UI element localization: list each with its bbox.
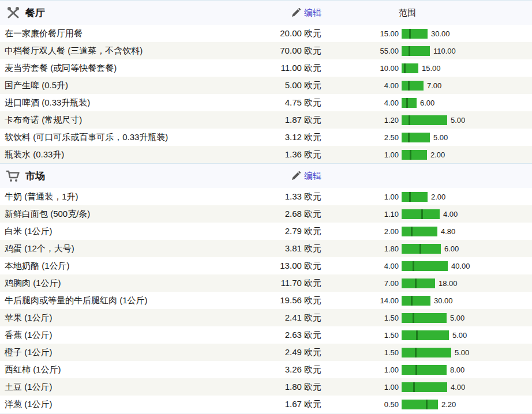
range-average-marker (411, 296, 413, 306)
range-max-value: 6.00 (420, 99, 434, 107)
section-title: 市场 (25, 170, 235, 183)
pencil-icon (291, 8, 301, 18)
range-average-marker (415, 348, 417, 357)
item-range: 15.00 30.00 (321, 29, 532, 39)
price-row: 白米 (1公斤) 2.79 欧元 2.00 4.80 (0, 223, 532, 240)
edit-link[interactable]: 编辑 (291, 171, 321, 182)
edit-label: 编辑 (304, 171, 321, 182)
item-price: 11.00 欧元 (235, 63, 321, 74)
range-max-value: 4.00 (443, 210, 458, 219)
price-row: 瓶装水 (0.33升) 1.36 欧元 1.00 2.00 (0, 146, 532, 163)
range-average-marker (413, 382, 415, 392)
range-bar (402, 227, 437, 236)
range-bar (402, 81, 424, 91)
range-min-value: 4.00 (321, 81, 399, 90)
item-range: 1.00 2.00 (321, 192, 532, 202)
range-max-value: 5.00 (451, 116, 465, 125)
range-average-marker (409, 46, 410, 56)
range-column-header (321, 171, 532, 181)
range-max-value: 5.00 (452, 331, 467, 340)
range-max-value: 7.00 (427, 81, 441, 90)
item-price: 2.68 欧元 (235, 209, 321, 220)
range-min-value: 0.50 (321, 400, 399, 409)
range-min-value: 4.00 (321, 99, 399, 107)
edit-link[interactable]: 编辑 (291, 7, 321, 18)
range-min-value: 2.00 (321, 227, 399, 236)
range-max-value: 4.00 (451, 383, 465, 392)
item-name: 卡布奇诺 (常规尺寸) (0, 115, 235, 126)
price-row: 在一家廉价餐厅用餐 20.00 欧元 15.00 30.00 (0, 25, 532, 42)
range-min-value: 1.00 (321, 383, 399, 392)
range-caption: 范围 (399, 7, 416, 17)
range-max-value: 2.20 (441, 400, 456, 409)
item-range: 1.10 4.00 (321, 209, 532, 219)
item-name: 麦当劳套餐 (或同等快餐套餐) (0, 63, 235, 74)
item-price: 19.56 欧元 (235, 295, 321, 306)
utensils-icon (6, 6, 20, 20)
item-range: 4.00 40.00 (321, 261, 532, 271)
item-range: 1.50 5.00 (321, 313, 532, 323)
range-min-value: 1.50 (321, 331, 399, 340)
range-min-value: 1.00 (321, 193, 399, 201)
section-header: 餐厅 编辑 范围 (0, 0, 532, 25)
item-name: 洋葱 (1公斤) (0, 399, 235, 410)
range-bar (402, 46, 430, 56)
range-min-value: 1.10 (321, 210, 399, 219)
price-row: 新鲜白面包 (500克/条) 2.68 欧元 1.10 4.00 (0, 205, 532, 223)
item-name: 鸡胸肉 (1公斤) (0, 278, 235, 289)
section-icon-slot (5, 6, 22, 20)
item-name: 土豆 (1公斤) (0, 382, 235, 393)
range-bar (402, 261, 448, 271)
range-average-marker (426, 400, 428, 409)
item-name: 新鲜白面包 (500克/条) (0, 209, 235, 220)
item-price: 3.81 欧元 (235, 243, 321, 254)
item-price: 4.75 欧元 (235, 97, 321, 108)
item-name: 软饮料 (可口可乐或百事可乐，0.33升瓶装) (0, 132, 235, 143)
cart-icon (6, 169, 21, 183)
range-max-value: 5.00 (455, 348, 469, 357)
range-bar (402, 278, 435, 288)
item-name: 橙子 (1公斤) (0, 347, 235, 358)
item-price: 13.00 欧元 (235, 261, 321, 272)
item-name: 牛奶 (普通装，1升) (0, 191, 235, 202)
range-min-value: 55.00 (321, 47, 399, 55)
range-average-marker (409, 29, 411, 39)
item-price: 3.12 欧元 (235, 132, 321, 143)
range-min-value: 1.50 (321, 348, 399, 357)
range-average-marker (406, 98, 408, 108)
range-max-value: 4.80 (441, 227, 455, 236)
cost-of-living-table: 餐厅 编辑 范围 在一家廉价餐厅用餐 20.00 欧元 15.00 30.00 (0, 0, 532, 413)
item-name: 西红柿 (1公斤) (0, 364, 235, 375)
pencil-icon (291, 171, 301, 181)
item-name: 本地奶酪 (1公斤) (0, 261, 235, 272)
range-min-value: 4.00 (321, 262, 399, 270)
price-row: 橙子 (1公斤) 2.49 欧元 1.50 5.00 (0, 344, 532, 361)
range-bar (402, 115, 447, 125)
price-row: 软饮料 (可口可乐或百事可乐，0.33升瓶装) 3.12 欧元 2.50 5.0… (0, 129, 532, 146)
range-max-value: 2.00 (430, 150, 445, 159)
range-min-value: 1.50 (321, 314, 399, 322)
range-average-marker (415, 365, 417, 375)
range-bar (402, 296, 430, 306)
section-rows: 牛奶 (普通装，1升) 1.33 欧元 1.00 2.00 新鲜白面包 (500… (0, 188, 532, 413)
item-price: 2.49 欧元 (235, 347, 321, 358)
range-max-value: 18.00 (439, 279, 458, 288)
item-name: 牛后腿肉或等量的牛后腿红肉 (1公斤) (0, 295, 235, 306)
section-icon-slot (5, 169, 22, 183)
range-average-marker (409, 115, 410, 125)
range-bar (402, 98, 417, 108)
price-row: 本地奶酪 (1公斤) 13.00 欧元 4.00 40.00 (0, 257, 532, 274)
range-bar (402, 400, 438, 409)
range-max-value: 5.00 (433, 133, 448, 142)
range-average-marker (415, 278, 417, 288)
item-name: 鸡蛋 (12个，大号) (0, 243, 235, 254)
range-average-marker (404, 63, 406, 73)
range-min-value: 2.50 (321, 133, 399, 142)
item-range: 1.80 6.00 (321, 244, 532, 254)
price-row: 中档餐厅双人餐 (三道菜，不含饮料) 70.00 欧元 55.00 110.00 (0, 42, 532, 59)
price-row: 土豆 (1公斤) 1.80 欧元 1.00 4.00 (0, 378, 532, 396)
range-max-value: 8.00 (450, 366, 464, 374)
item-price: 1.80 欧元 (235, 382, 321, 393)
item-range: 1.20 5.00 (321, 115, 532, 125)
item-range: 0.50 2.20 (321, 400, 532, 409)
